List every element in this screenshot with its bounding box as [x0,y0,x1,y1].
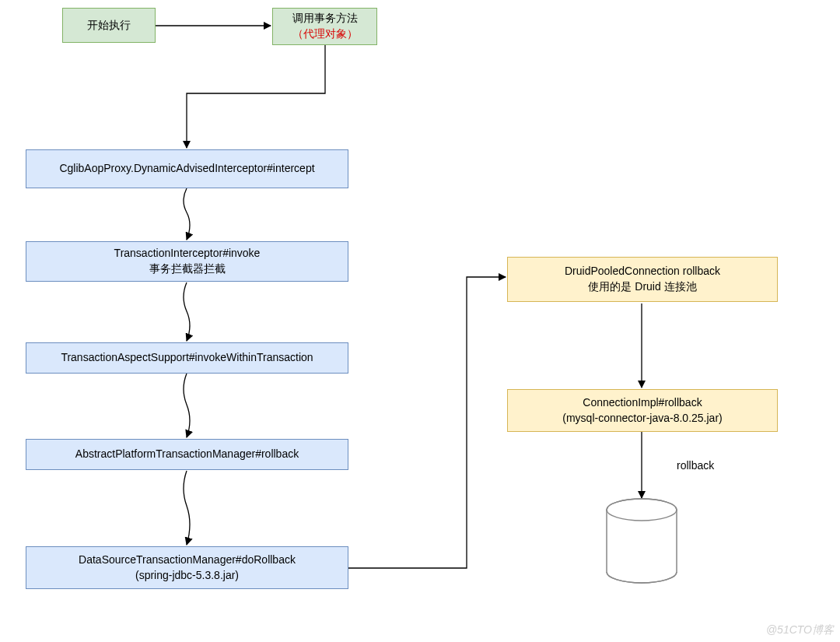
node-proxy-line2: （代理对象） [292,26,358,42]
svg-point-0 [607,499,677,521]
node-intercept-line1: CglibAopProxy.DynamicAdvisedInterceptor#… [59,161,314,177]
edge-txinterceptor-aspect [184,282,190,341]
node-txinterceptor: TransactionInterceptor#invoke 事务拦截器拦截 [26,241,348,282]
database-icon [607,499,677,583]
node-abstractmgr: AbstractPlatformTransactionManager#rollb… [26,439,348,470]
edge-aspect-abstractmgr [184,374,190,437]
node-mysql-line2: (mysql-connector-java-8.0.25.jar) [562,411,722,426]
svg-point-1 [607,499,677,521]
node-txinterceptor-line2: 事务拦截器拦截 [149,261,226,277]
node-proxy-line1: 调用事务方法 [292,11,358,26]
node-abstractmgr-line1: AbstractPlatformTransactionManager#rollb… [75,447,299,462]
edge-proxy-intercept [187,45,325,148]
node-start: 开始执行 [62,8,156,43]
label-rollback: rollback [677,459,714,472]
node-dsmgr-line1: DataSourceTransactionManager#doRollback [79,553,296,568]
node-mysql: ConnectionImpl#rollback (mysql-connector… [507,389,778,432]
node-dsmgr: DataSourceTransactionManager#doRollback … [26,546,348,589]
node-aspect: TransactionAspectSupport#invokeWithinTra… [26,342,348,374]
edge-intercept-txinterceptor [184,188,190,240]
node-dsmgr-line2: (spring-jdbc-5.3.8.jar) [135,568,239,584]
watermark: @51CTO博客 [766,623,834,637]
node-aspect-line1: TransactionAspectSupport#invokeWithinTra… [61,350,313,366]
node-druid-line2: 使用的是 Druid 连接池 [588,279,696,295]
node-proxy: 调用事务方法 （代理对象） [272,8,377,45]
node-start-label: 开始执行 [87,18,131,33]
node-mysql-line1: ConnectionImpl#rollback [583,395,702,411]
node-druid: DruidPooledConnection rollback 使用的是 Drui… [507,257,778,302]
edge-dsmgr-druid [348,277,506,568]
edge-abstractmgr-dsmgr [184,471,190,545]
node-druid-line1: DruidPooledConnection rollback [565,264,720,279]
node-intercept: CglibAopProxy.DynamicAdvisedInterceptor#… [26,149,348,188]
node-txinterceptor-line1: TransactionInterceptor#invoke [114,246,261,261]
